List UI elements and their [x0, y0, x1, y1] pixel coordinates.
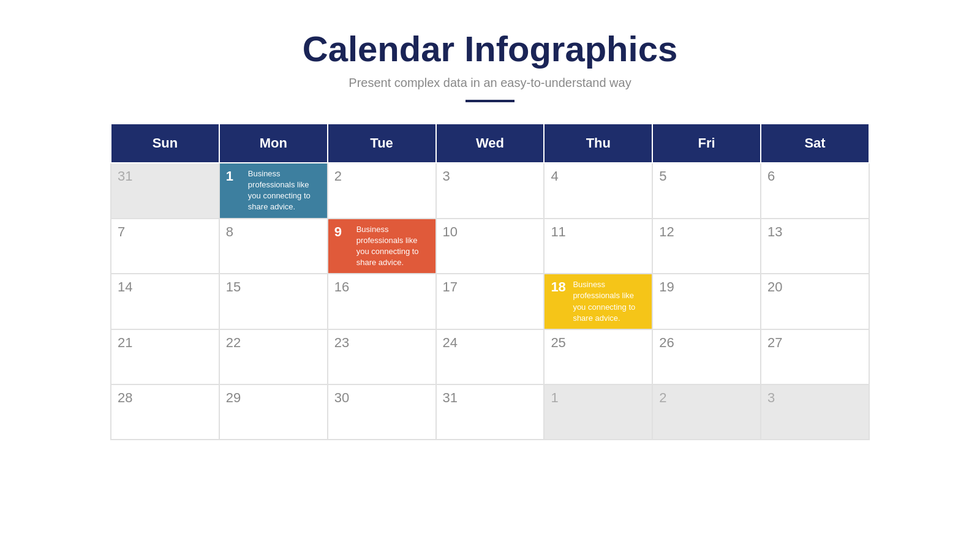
calendar-cell-2-2[interactable]: 16	[328, 274, 436, 329]
page-subtitle: Present complex data in an easy-to-under…	[303, 76, 677, 90]
calendar-cell-1-5[interactable]: 12	[652, 219, 761, 274]
calendar-cell-4-2[interactable]: 30	[328, 384, 436, 440]
calendar-cell-3-6[interactable]: 27	[761, 329, 869, 384]
calendar-cell-0-0[interactable]: 31	[111, 163, 219, 219]
calendar-cell-1-3[interactable]: 10	[436, 219, 545, 274]
calendar-cell-2-4[interactable]: 18Business professionals like you connec…	[544, 274, 652, 329]
col-tue: Tue	[328, 124, 436, 163]
calendar-cell-0-3[interactable]: 3	[436, 163, 545, 219]
page-header: Calendar Infographics Present complex da…	[303, 29, 677, 117]
page-title: Calendar Infographics	[303, 29, 677, 69]
calendar-cell-4-0[interactable]: 28	[111, 384, 219, 440]
col-sun: Sun	[111, 124, 219, 163]
calendar-cell-2-6[interactable]: 20	[761, 274, 869, 329]
calendar-cell-0-6[interactable]: 6	[761, 163, 869, 219]
calendar-cell-3-5[interactable]: 26	[652, 329, 761, 384]
calendar-cell-4-6[interactable]: 3	[761, 384, 869, 440]
col-mon: Mon	[219, 124, 328, 163]
calendar-row-0: 311Business professionals like you conne…	[111, 163, 869, 219]
calendar-header-row: Sun Mon Tue Wed Thu Fri Sat	[111, 124, 869, 163]
calendar-wrapper: Sun Mon Tue Wed Thu Fri Sat 311Business …	[110, 123, 870, 440]
calendar-table: Sun Mon Tue Wed Thu Fri Sat 311Business …	[110, 123, 870, 440]
calendar-cell-2-0[interactable]: 14	[111, 274, 219, 329]
calendar-cell-2-5[interactable]: 19	[652, 274, 761, 329]
calendar-row-2: 1415161718Business professionals like yo…	[111, 274, 869, 329]
calendar-cell-2-3[interactable]: 17	[436, 274, 545, 329]
calendar-row-4: 28293031123	[111, 384, 869, 440]
col-sat: Sat	[761, 124, 869, 163]
calendar-cell-0-4[interactable]: 4	[544, 163, 652, 219]
calendar-cell-3-0[interactable]: 21	[111, 329, 219, 384]
calendar-cell-3-1[interactable]: 22	[219, 329, 328, 384]
calendar-cell-4-5[interactable]: 2	[652, 384, 761, 440]
calendar-cell-4-1[interactable]: 29	[219, 384, 328, 440]
calendar-cell-0-1[interactable]: 1Business professionals like you connect…	[219, 163, 328, 219]
calendar-row-3: 21222324252627	[111, 329, 869, 384]
col-thu: Thu	[544, 124, 652, 163]
calendar-cell-4-3[interactable]: 31	[436, 384, 545, 440]
calendar-cell-3-2[interactable]: 23	[328, 329, 436, 384]
calendar-cell-1-0[interactable]: 7	[111, 219, 219, 274]
header-divider	[466, 100, 514, 102]
calendar-cell-0-5[interactable]: 5	[652, 163, 761, 219]
col-wed: Wed	[436, 124, 545, 163]
calendar-cell-0-2[interactable]: 2	[328, 163, 436, 219]
calendar-cell-1-1[interactable]: 8	[219, 219, 328, 274]
calendar-cell-1-4[interactable]: 11	[544, 219, 652, 274]
calendar-cell-1-6[interactable]: 13	[761, 219, 869, 274]
calendar-cell-3-3[interactable]: 24	[436, 329, 545, 384]
calendar-cell-2-1[interactable]: 15	[219, 274, 328, 329]
calendar-cell-3-4[interactable]: 25	[544, 329, 652, 384]
calendar-cell-4-4[interactable]: 1	[544, 384, 652, 440]
calendar-row-1: 789Business professionals like you conne…	[111, 219, 869, 274]
col-fri: Fri	[652, 124, 761, 163]
calendar-cell-1-2[interactable]: 9Business professionals like you connect…	[328, 219, 436, 274]
